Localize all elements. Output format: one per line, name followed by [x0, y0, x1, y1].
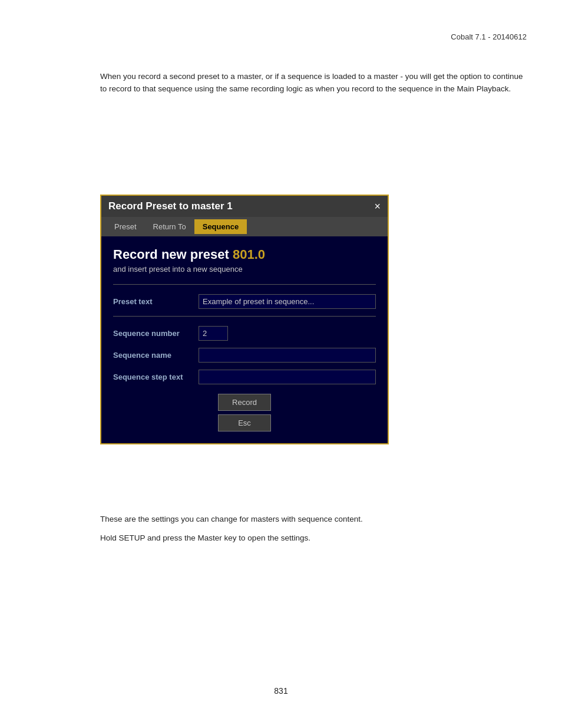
- bottom-text: These are the settings you can change fo…: [100, 513, 527, 550]
- dialog-title: Record Preset to master 1: [108, 200, 233, 212]
- sequence-step-text-row: Sequence step text: [113, 370, 376, 384]
- intro-paragraph: When you record a second preset to a mas…: [100, 71, 527, 95]
- record-subtext: and insert preset into a new sequence: [113, 265, 376, 274]
- divider: [113, 284, 376, 285]
- page-number: 831: [274, 686, 287, 696]
- tab-sequence[interactable]: Sequence: [194, 219, 247, 234]
- dialog-titlebar: Record Preset to master 1 ×: [101, 196, 388, 217]
- preset-text-input[interactable]: [199, 294, 376, 309]
- sequence-name-input[interactable]: [199, 348, 376, 363]
- sequence-number-input[interactable]: [199, 326, 228, 341]
- close-button[interactable]: ×: [374, 201, 381, 212]
- version-label: Cobalt 7.1 - 20140612: [451, 32, 527, 41]
- dialog-tabs: Preset Return To Sequence: [101, 217, 388, 236]
- sequence-step-text-input[interactable]: [199, 370, 376, 384]
- record-heading: Record new preset 801.0: [113, 247, 376, 262]
- sequence-name-label: Sequence name: [113, 351, 199, 360]
- record-button[interactable]: Record: [218, 394, 271, 411]
- heading-number: 801.0: [233, 247, 265, 262]
- sequence-number-label: Sequence number: [113, 329, 199, 338]
- sequence-step-text-label: Sequence step text: [113, 373, 199, 381]
- esc-button[interactable]: Esc: [218, 414, 271, 431]
- tab-return-to[interactable]: Return To: [145, 219, 194, 234]
- divider2: [113, 316, 376, 317]
- record-dialog: Record Preset to master 1 × Preset Retur…: [100, 195, 389, 444]
- button-row: Record Esc: [113, 394, 376, 431]
- preset-text-label: Preset text: [113, 297, 199, 306]
- sequence-number-row: Sequence number: [113, 326, 376, 341]
- tab-preset[interactable]: Preset: [106, 219, 145, 234]
- bottom-line2: Hold SETUP and press the Master key to o…: [100, 532, 527, 545]
- dialog-body: Record new preset 801.0 and insert prese…: [101, 236, 388, 443]
- bottom-line1: These are the settings you can change fo…: [100, 513, 527, 526]
- preset-text-row: Preset text: [113, 294, 376, 309]
- sequence-name-row: Sequence name: [113, 348, 376, 363]
- heading-prefix: Record new preset: [113, 247, 233, 262]
